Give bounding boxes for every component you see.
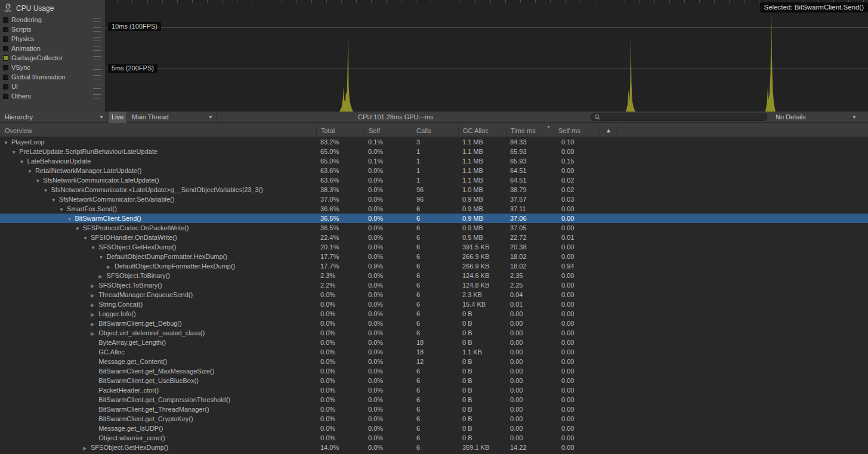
table-row[interactable]: ▼RetailNetworkManager.LateUpdate()63.6%0…	[0, 166, 868, 175]
column-header-self-ms[interactable]: Self ms	[558, 127, 580, 134]
hierarchy-dropdown[interactable]: Hierarchy ▼	[0, 112, 108, 123]
chevron-down-icon: ▼	[208, 112, 213, 123]
table-row[interactable]: ▶DefaultObjectDumpFormatter.HexDump()17.…	[0, 261, 868, 271]
table-row[interactable]: ByteArray.get_Length()0.0%0.0%180 B0.000…	[0, 338, 868, 347]
legend-item-garbagecollector[interactable]: GarbageCollector	[0, 53, 105, 63]
sort-ascending-button[interactable]: ▲	[600, 126, 617, 135]
cell-time-ms: 0.00	[510, 424, 523, 433]
cell-gc-alloc: 359.1 KB	[462, 443, 489, 452]
cpu-usage-panel: CPU CPU Usage RenderingScriptsPhysicsAni…	[0, 0, 106, 112]
table-row[interactable]: ▼SfsNetworkCommunicator.<LateUpdate>g__S…	[0, 185, 868, 194]
live-toggle-button[interactable]: Live	[109, 112, 127, 123]
table-row[interactable]: BitSwarmClient.get_UseBlueBox()0.0%0.0%6…	[0, 376, 868, 385]
cell-self-ms: 0.00	[561, 309, 574, 319]
table-row[interactable]: ▼SFSIOHandler.OnDataWrite()22.4%0.0%60.5…	[0, 233, 868, 242]
table-row-selected[interactable]: ▼BitSwarmClient.Send()36.5%0.0%60.9 MB37…	[0, 214, 868, 223]
cell-calls: 1	[416, 147, 420, 156]
cell-calls: 6	[416, 376, 420, 385]
details-dropdown[interactable]: No Details ▼	[771, 112, 863, 123]
cell-gc-alloc: 2.3 KB	[462, 290, 482, 299]
cell-gc-alloc: 266.9 KB	[462, 252, 489, 261]
column-separator[interactable]	[364, 126, 365, 135]
drag-handle-icon[interactable]	[93, 47, 101, 51]
row-function-name: SFSIOHandler.OnDataWrite()	[91, 234, 177, 241]
row-function-name: SFSObject.GetHexDump()	[98, 243, 176, 251]
column-separator[interactable]	[554, 126, 554, 135]
table-row[interactable]: ▶String.Concat()0.0%0.0%615.4 KB0.010.00	[0, 299, 868, 309]
chart-legend: RenderingScriptsPhysicsAnimationGarbageC…	[0, 15, 105, 101]
drag-handle-icon[interactable]	[93, 66, 101, 70]
search-input[interactable]	[602, 113, 765, 122]
legend-swatch	[3, 55, 8, 61]
drag-handle-icon[interactable]	[93, 27, 101, 32]
table-row[interactable]: ▶Logger.Info()0.0%0.0%60 B0.000.00	[0, 309, 868, 319]
table-row[interactable]: PacketHeader..ctor()0.0%0.0%60 B0.000.00	[0, 385, 868, 395]
cell-gc-alloc: 0 B	[462, 309, 472, 319]
drag-handle-icon[interactable]	[93, 56, 101, 60]
cell-self-ms: 0.94	[561, 261, 574, 271]
table-row[interactable]: ▼SfsNetworkCommunicator.LateUpdate()63.6…	[0, 175, 868, 185]
legend-item-vsync[interactable]: VSync	[0, 63, 105, 72]
thread-dropdown-label: Main Thread	[132, 113, 169, 121]
table-row[interactable]: Message.get_Content()0.0%0.0%120 B0.000.…	[0, 357, 868, 366]
thread-dropdown[interactable]: Main Thread ▼	[127, 112, 217, 123]
column-separator[interactable]	[412, 126, 412, 135]
table-row[interactable]: BitSwarmClient.get_CryptoKey()0.0%0.0%60…	[0, 414, 868, 424]
selected-sample-label: Selected: BitSwarmClient.Send()	[760, 2, 868, 13]
legend-item-ui[interactable]: UI	[0, 82, 105, 91]
column-separator[interactable]	[506, 126, 506, 135]
search-box[interactable]	[591, 113, 767, 121]
table-row[interactable]: ▼SfsNetworkCommunicator.SetVariable()37.…	[0, 194, 868, 204]
expand-arrow-icon[interactable]: ▶	[83, 444, 91, 453]
cell-self: 0.0%	[368, 280, 383, 290]
table-row[interactable]: ▼DefaultObjectDumpFormatter.HexDump()17.…	[0, 252, 868, 261]
legend-item-animation[interactable]: Animation	[0, 44, 105, 53]
row-function-name: BitSwarmClient.get_Debug()	[98, 320, 181, 327]
table-row[interactable]: ▼PreLateUpdate.ScriptRunBehaviourLateUpd…	[0, 147, 868, 156]
cell-self-ms: 0.10	[561, 137, 574, 147]
legend-item-physics[interactable]: Physics	[0, 34, 105, 44]
table-row[interactable]: ▶SFSObject.ToBinary()2.3%0.0%6124.6 KB2.…	[0, 271, 868, 280]
table-row[interactable]: BitSwarmClient.get_CompressionThreshold(…	[0, 395, 868, 404]
legend-item-others[interactable]: Others	[0, 91, 105, 101]
cell-self-ms: 0.00	[561, 338, 574, 347]
table-row[interactable]: Object.wbarrier_conc()0.0%0.0%60 B0.000.…	[0, 433, 868, 443]
drag-handle-icon[interactable]	[93, 75, 101, 79]
legend-swatch	[3, 94, 8, 99]
column-header-time-ms[interactable]: Time ms	[511, 127, 536, 134]
column-header-gc-alloc[interactable]: GC Alloc	[463, 127, 489, 134]
legend-item-global-illumination[interactable]: Global Illumination	[0, 72, 105, 82]
table-row[interactable]: ▶SFSObject.ToBinary()2.2%0.0%6124.8 KB2.…	[0, 280, 868, 290]
column-header-overview[interactable]: Overview	[5, 127, 32, 134]
cell-total: 36.6%	[320, 204, 339, 214]
table-row[interactable]: ▼SmartFox.Send()36.6%0.0%60.9 MB37.110.0…	[0, 204, 868, 214]
panel-title: CPU Usage	[16, 4, 54, 13]
cell-total: 0.0%	[320, 376, 335, 385]
column-separator[interactable]	[316, 126, 317, 135]
column-separator[interactable]	[458, 126, 459, 135]
table-row[interactable]: GC.Alloc0.0%0.0%181.1 KB0.000.00	[0, 347, 868, 357]
table-row[interactable]: ▼LateBehaviourUpdate65.0%0.1%11.1 MB65.9…	[0, 156, 868, 166]
drag-handle-icon[interactable]	[93, 18, 101, 22]
cell-calls: 1	[416, 156, 420, 166]
table-row[interactable]: ▼SFSProtocolCodec.OnPacketWrite()36.5%0.…	[0, 223, 868, 233]
table-row[interactable]: ▶BitSwarmClient.get_Debug()0.0%0.0%60 B0…	[0, 319, 868, 328]
table-row[interactable]: Message.get_IsUDP()0.0%0.0%60 B0.000.00	[0, 424, 868, 433]
drag-handle-icon[interactable]	[93, 94, 101, 98]
table-row[interactable]: BitSwarmClient.get_ThreadManager()0.0%0.…	[0, 404, 868, 414]
cell-self: 0.0%	[368, 376, 383, 385]
column-header-calls[interactable]: Calls	[416, 127, 431, 134]
drag-handle-icon[interactable]	[93, 37, 101, 41]
table-row[interactable]: ▶Object.virt_stelemref_sealed_class()0.0…	[0, 328, 868, 338]
legend-item-scripts[interactable]: Scripts	[0, 24, 105, 34]
column-header-self[interactable]: Self	[369, 127, 380, 134]
table-row[interactable]: BitSwarmClient.get_MaxMessageSize()0.0%0…	[0, 366, 868, 376]
legend-item-rendering[interactable]: Rendering	[0, 15, 105, 24]
cpu-usage-chart[interactable]: 10ms (100FPS)5ms (200FPS) Selected: BitS…	[106, 0, 868, 112]
table-row[interactable]: ▼SFSObject.GetHexDump()20.1%0.0%6391.5 K…	[0, 242, 868, 252]
table-row[interactable]: ▶SFSObject.GetHexDump()14.0%0.0%6359.1 K…	[0, 443, 868, 452]
table-row[interactable]: ▶ThreadManager.EnqueueSend()0.0%0.0%62.3…	[0, 290, 868, 299]
column-header-total[interactable]: Total	[321, 127, 335, 134]
drag-handle-icon[interactable]	[93, 85, 101, 89]
table-row[interactable]: ▼PlayerLoop83.2%0.1%31.1 MB84.330.10	[0, 137, 868, 147]
